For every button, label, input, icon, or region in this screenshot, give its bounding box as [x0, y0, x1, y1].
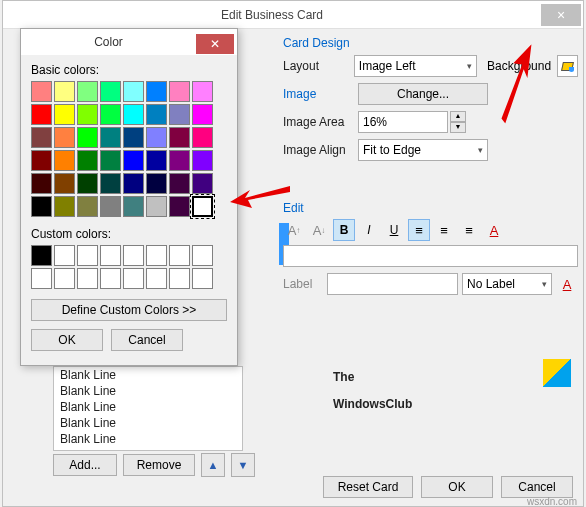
color-swatch[interactable]: [146, 104, 167, 125]
color-swatch[interactable]: [31, 196, 52, 217]
color-swatch[interactable]: [192, 196, 213, 217]
color-swatch[interactable]: [100, 196, 121, 217]
image-area-spinner[interactable]: ▲ ▼: [358, 111, 466, 133]
color-swatch[interactable]: [31, 150, 52, 171]
move-up-button[interactable]: ▲: [201, 453, 225, 477]
color-swatch[interactable]: [192, 173, 213, 194]
remove-field-button[interactable]: Remove: [123, 454, 195, 476]
close-icon[interactable]: ✕: [196, 34, 234, 54]
align-left-icon[interactable]: ≡: [408, 219, 430, 241]
custom-color-swatch[interactable]: [169, 245, 190, 266]
color-swatch[interactable]: [146, 127, 167, 148]
color-swatch[interactable]: [169, 104, 190, 125]
color-swatch[interactable]: [192, 81, 213, 102]
color-swatch[interactable]: [123, 104, 144, 125]
close-icon[interactable]: ×: [541, 4, 581, 26]
color-swatch[interactable]: [169, 81, 190, 102]
custom-color-swatch[interactable]: [31, 245, 52, 266]
move-down-button[interactable]: ▼: [231, 453, 255, 477]
custom-color-swatch[interactable]: [123, 268, 144, 289]
color-swatch[interactable]: [31, 104, 52, 125]
color-swatch[interactable]: [100, 81, 121, 102]
fields-listbox[interactable]: Blank LineBlank LineBlank LineBlank Line…: [53, 366, 243, 451]
custom-color-swatch[interactable]: [123, 245, 144, 266]
color-cancel-button[interactable]: Cancel: [111, 329, 183, 351]
align-right-icon[interactable]: ≡: [458, 219, 480, 241]
color-swatch[interactable]: [77, 150, 98, 171]
bold-button[interactable]: B: [333, 219, 355, 241]
color-swatch[interactable]: [77, 104, 98, 125]
increase-font-icon[interactable]: A↑: [283, 219, 305, 241]
color-swatch[interactable]: [100, 127, 121, 148]
list-item[interactable]: Blank Line: [54, 383, 242, 399]
cancel-button[interactable]: Cancel: [501, 476, 573, 498]
image-area-input[interactable]: [358, 111, 448, 133]
list-item[interactable]: Blank Line: [54, 399, 242, 415]
background-color-button[interactable]: [557, 55, 578, 77]
color-swatch[interactable]: [123, 81, 144, 102]
color-swatch[interactable]: [31, 173, 52, 194]
italic-button[interactable]: I: [358, 219, 380, 241]
color-ok-button[interactable]: OK: [31, 329, 103, 351]
color-swatch[interactable]: [77, 127, 98, 148]
custom-color-swatch[interactable]: [146, 268, 167, 289]
color-swatch[interactable]: [146, 196, 167, 217]
color-swatch[interactable]: [146, 173, 167, 194]
reset-card-button[interactable]: Reset Card: [323, 476, 413, 498]
color-swatch[interactable]: [146, 81, 167, 102]
custom-color-swatch[interactable]: [146, 245, 167, 266]
spin-down-icon[interactable]: ▼: [450, 122, 466, 133]
define-custom-colors-button[interactable]: Define Custom Colors >>: [31, 299, 227, 321]
color-swatch[interactable]: [54, 104, 75, 125]
custom-color-swatch[interactable]: [192, 268, 213, 289]
label-input[interactable]: [327, 273, 458, 295]
color-swatch[interactable]: [77, 81, 98, 102]
color-swatch[interactable]: [54, 173, 75, 194]
color-swatch[interactable]: [31, 127, 52, 148]
list-item[interactable]: Blank Line: [54, 415, 242, 431]
label-color-icon[interactable]: A: [556, 273, 578, 295]
color-swatch[interactable]: [54, 127, 75, 148]
color-swatch[interactable]: [100, 104, 121, 125]
color-swatch[interactable]: [169, 150, 190, 171]
add-field-button[interactable]: Add...: [53, 454, 117, 476]
color-swatch[interactable]: [31, 81, 52, 102]
align-center-icon[interactable]: ≡: [433, 219, 455, 241]
color-swatch[interactable]: [123, 150, 144, 171]
edit-text-input[interactable]: [283, 245, 578, 267]
color-swatch[interactable]: [123, 196, 144, 217]
custom-color-swatch[interactable]: [77, 268, 98, 289]
decrease-font-icon[interactable]: A↓: [308, 219, 330, 241]
font-color-icon[interactable]: A: [483, 219, 505, 241]
color-swatch[interactable]: [192, 127, 213, 148]
color-swatch[interactable]: [192, 150, 213, 171]
color-swatch[interactable]: [146, 150, 167, 171]
color-swatch[interactable]: [123, 173, 144, 194]
custom-color-swatch[interactable]: [77, 245, 98, 266]
change-image-button[interactable]: Change...: [358, 83, 488, 105]
color-swatch[interactable]: [77, 173, 98, 194]
custom-color-swatch[interactable]: [54, 268, 75, 289]
color-swatch[interactable]: [169, 173, 190, 194]
color-swatch[interactable]: [100, 150, 121, 171]
color-swatch[interactable]: [100, 173, 121, 194]
color-swatch[interactable]: [77, 196, 98, 217]
underline-button[interactable]: U: [383, 219, 405, 241]
color-swatch[interactable]: [54, 196, 75, 217]
color-swatch[interactable]: [192, 104, 213, 125]
spin-up-icon[interactable]: ▲: [450, 111, 466, 122]
no-label-combo[interactable]: No Label ▾: [462, 273, 552, 295]
layout-combo[interactable]: Image Left ▾: [354, 55, 477, 77]
list-item[interactable]: Blank Line: [54, 431, 242, 447]
custom-color-swatch[interactable]: [169, 268, 190, 289]
image-align-combo[interactable]: Fit to Edge ▾: [358, 139, 488, 161]
list-item[interactable]: Blank Line: [54, 367, 242, 383]
color-swatch[interactable]: [54, 150, 75, 171]
color-swatch[interactable]: [123, 127, 144, 148]
custom-color-swatch[interactable]: [54, 245, 75, 266]
custom-color-swatch[interactable]: [192, 245, 213, 266]
color-swatch[interactable]: [169, 196, 190, 217]
custom-color-swatch[interactable]: [100, 245, 121, 266]
color-swatch[interactable]: [169, 127, 190, 148]
color-swatch[interactable]: [54, 81, 75, 102]
